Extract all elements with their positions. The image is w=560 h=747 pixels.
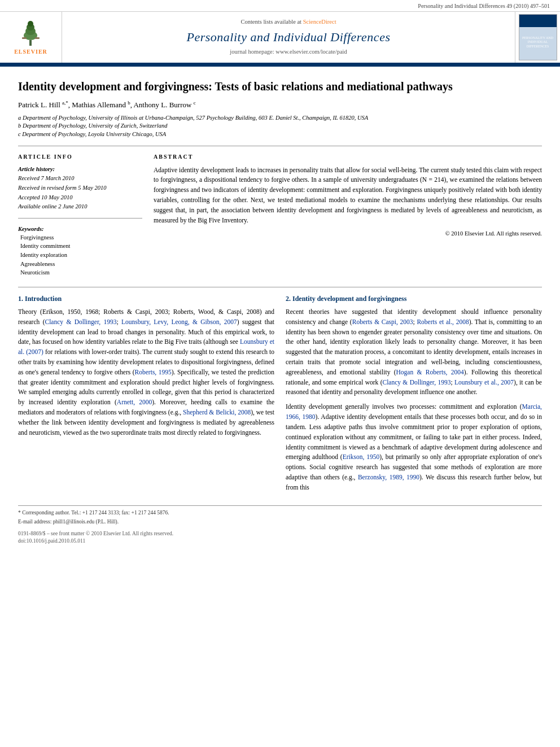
ref-erikson-1950: Erikson, 1950: [343, 453, 379, 460]
history-available: Available online 2 June 2010: [18, 203, 142, 211]
sciencedirect-link[interactable]: ScienceDirect: [303, 19, 336, 25]
ref-roberts-caspi-2003: Roberts & Caspi, 2003: [352, 318, 413, 325]
section1-heading: 1. Introduction: [18, 294, 274, 304]
divider-keywords: [18, 218, 142, 219]
ref-lounsbury-et-al: Lounsbury et al. (2007): [18, 338, 274, 355]
divider-2: [18, 287, 542, 287]
section2-heading: 2. Identity development and forgivingnes…: [286, 294, 542, 304]
ref-arnett-2000: Arnett, 2000: [117, 399, 152, 405]
journal-homepage: journal homepage: www.elsevier.com/locat…: [230, 48, 347, 56]
history-label: Article history:: [18, 165, 142, 174]
ref-clancy-dollinger-2: Clancy & Dollinger, 1993: [382, 379, 450, 386]
journal-citation: Personality and Individual Differences 4…: [418, 3, 550, 9]
divider-1: [18, 146, 542, 146]
article-info-label: ARTICLE INFO: [18, 153, 142, 161]
cover-label: PERSONALITY AND INDIVIDUAL DIFFERENCES: [519, 36, 557, 49]
keyword-forgivingness: Forgivingness: [20, 234, 142, 242]
journal-header: ELSEVIER Contents lists available at Sci…: [0, 12, 560, 64]
keyword-identity-commitment: Identity commitment: [20, 242, 142, 251]
keyword-neuroticism: Neuroticism: [20, 269, 142, 277]
journal-title: Personality and Individual Differences: [187, 29, 391, 46]
ref-lounsbury-2007-2: Lounsbury et al., 2007: [454, 379, 514, 386]
blue-separator-bar: [0, 64, 560, 67]
journal-top-bar: Personality and Individual Differences 4…: [0, 0, 560, 12]
footnote-corresponding: * Corresponding author. Tel.: +1 217 244…: [18, 509, 542, 517]
article-info-left: ARTICLE INFO Article history: Received 7…: [18, 153, 142, 278]
copyright-line: © 2010 Elsevier Ltd. All rights reserved…: [154, 230, 542, 238]
footer-issn: 0191-8869/$ – see front matter © 2010 El…: [18, 530, 542, 545]
authors-line: Patrick L. Hill a,*, Mathias Allemand b,…: [18, 99, 542, 111]
article-body: Identity development and forgivingness: …: [0, 79, 560, 545]
elsevier-logo: ELSEVIER: [14, 19, 47, 56]
section2-text-1: Recent theories have suggested that iden…: [286, 307, 542, 397]
history-accepted: Accepted 10 May 2010: [18, 194, 142, 202]
contents-available-line: Contents lists available at ScienceDirec…: [240, 18, 336, 27]
article-footer: * Corresponding author. Tel.: +1 217 244…: [18, 505, 542, 545]
history-revised: Received in revised form 5 May 2010: [18, 184, 142, 193]
ref-roberts-1995: Roberts, 1995: [135, 369, 172, 375]
affiliation-a: a Department of Psychology, University o…: [18, 114, 542, 123]
journal-cover-area: PERSONALITY AND INDIVIDUAL DIFFERENCES: [515, 12, 560, 63]
author-patrick-hill: Patrick L. Hill a,*: [18, 101, 68, 109]
article-info-row: ARTICLE INFO Article history: Received 7…: [18, 153, 542, 278]
column-left: 1. Introduction Theory (Erikson, 1950, 1…: [18, 294, 274, 497]
elsevier-brand-text: ELSEVIER: [14, 48, 47, 56]
abstract-section: ABSTRACT Adaptive identity development l…: [154, 153, 542, 278]
ref-berzonsky: Berzonsky, 1989, 1990: [358, 474, 419, 480]
svg-rect-0: [29, 40, 32, 46]
ref-marcia: Marcia, 1966, 1980: [286, 403, 542, 420]
ref-roberts-et-al-2008: Roberts et al., 2008: [417, 318, 469, 325]
ref-clancy-dollinger: Clancy & Dollinger, 1993: [45, 318, 116, 325]
journal-title-area: Contents lists available at ScienceDirec…: [62, 12, 515, 63]
journal-cover-thumbnail: PERSONALITY AND INDIVIDUAL DIFFERENCES: [519, 14, 557, 60]
column-right: 2. Identity development and forgivingnes…: [286, 294, 542, 497]
keyword-identity-exploration: Identity exploration: [20, 251, 142, 260]
keywords-section: Keywords: Forgivingness Identity commitm…: [18, 225, 142, 277]
footnote-email: E-mail address: phill1@illinois.edu (P.L…: [18, 518, 542, 526]
ref-lounsbury-2007: Lounsbury, Levy, Leong, & Gibson, 2007: [121, 318, 237, 325]
abstract-label: ABSTRACT: [154, 153, 542, 161]
svg-rect-5: [22, 37, 27, 39]
abstract-text: Adaptive identity development leads to i…: [154, 165, 542, 226]
article-history: Article history: Received 7 March 2010 R…: [18, 165, 142, 211]
affiliations: a Department of Psychology, University o…: [18, 114, 542, 139]
article-title: Identity development and forgivingness: …: [18, 79, 542, 94]
svg-point-4: [28, 21, 33, 27]
svg-rect-6: [35, 37, 40, 39]
history-received: Received 7 March 2010: [18, 174, 142, 183]
affiliation-c: c Department of Psychology, Loyola Unive…: [18, 130, 542, 139]
author-anthony-burrow: Anthony L. Burrow c: [133, 101, 195, 109]
ref-shepherd-belicki: Shepherd & Belicki, 2008: [183, 409, 251, 416]
section2-text-2: Identity development generally involves …: [286, 402, 542, 492]
section1-text: Theory (Erikson, 1950, 1968; Roberts & C…: [18, 307, 274, 438]
elsevier-logo-area: ELSEVIER: [0, 12, 62, 63]
keywords-label: Keywords:: [18, 225, 142, 234]
elsevier-tree-icon: [15, 19, 46, 47]
main-columns: 1. Introduction Theory (Erikson, 1950, 1…: [18, 294, 542, 497]
ref-hogan-roberts: Hogan & Roberts, 2004: [396, 369, 464, 375]
author-mathias-allemand: Mathias Allemand b: [72, 101, 130, 109]
keyword-agreeableness: Agreeableness: [20, 260, 142, 269]
affiliation-b: b Department of Psychology, University o…: [18, 122, 542, 130]
